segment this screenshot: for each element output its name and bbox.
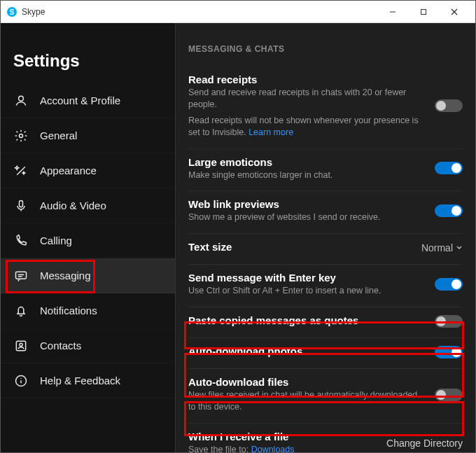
web-link-sub: Show me a preview of websites I send or …: [188, 211, 426, 223]
auto-files-sub: New files received in chat will be autom…: [188, 389, 426, 413]
row-receive-file: When I receive a file Save the file to: …: [188, 424, 463, 452]
close-button[interactable]: [439, 1, 470, 22]
svg-point-7: [20, 134, 23, 137]
sidebar-item-label: Notifications: [40, 305, 97, 316]
window-titlebar: S Skype: [1, 1, 475, 23]
maximize-button[interactable]: [408, 1, 439, 22]
sidebar-item-account[interactable]: Account & Profile: [1, 83, 175, 118]
settings-main: MESSAGING & CHATS Read receipts Send and…: [176, 23, 475, 452]
large-emoticons-toggle[interactable]: [435, 162, 463, 174]
sidebar-item-label: General: [40, 130, 77, 141]
row-enter-key: Send message with Enter key Use Ctrl or …: [188, 265, 463, 307]
person-icon: [13, 93, 29, 109]
sidebar-item-messaging[interactable]: Messaging: [1, 258, 175, 293]
settings-sidebar: Settings Account & Profile General Appea…: [1, 23, 176, 452]
sidebar-item-label: Account & Profile: [40, 95, 120, 106]
web-link-toggle[interactable]: [435, 204, 463, 217]
row-web-link-previews: Web link previews Show me a preview of w…: [188, 191, 463, 234]
svg-rect-8: [20, 200, 23, 207]
sidebar-item-contacts[interactable]: Contacts: [1, 328, 175, 363]
sidebar-item-label: Contacts: [40, 340, 81, 351]
row-read-receipts: Read receipts Send and receive read rece…: [188, 67, 463, 149]
svg-point-13: [20, 343, 22, 346]
row-paste-quotes: Paste copied messages as quotes: [188, 307, 463, 338]
auto-files-toggle[interactable]: [435, 389, 463, 401]
sidebar-item-general[interactable]: General: [1, 118, 175, 153]
read-receipts-title: Read receipts: [188, 74, 426, 85]
enter-key-sub: Use Ctrl or Shift or Alt + Enter to inse…: [188, 285, 426, 297]
svg-rect-3: [421, 9, 426, 14]
svg-point-16: [20, 378, 21, 379]
microphone-icon: [13, 198, 29, 214]
svg-point-6: [19, 96, 24, 101]
enter-key-toggle[interactable]: [435, 278, 463, 291]
auto-files-title: Auto-download files: [188, 376, 426, 388]
read-receipts-sub2: Read receipts will not be shown whenever…: [188, 115, 426, 139]
large-emoticons-sub: Make single emoticons larger in chat.: [188, 169, 426, 181]
auto-photos-toggle[interactable]: [435, 346, 463, 358]
svg-text:S: S: [10, 8, 15, 15]
sidebar-item-help[interactable]: Help & Feedback: [1, 363, 175, 398]
gear-icon: [13, 128, 29, 144]
section-header: MESSAGING & CHATS: [188, 44, 463, 54]
info-icon: [13, 373, 29, 389]
receive-file-sub: Save the file to: Downloads: [188, 444, 378, 452]
read-receipts-sub1: Send and receive read receipts in chats …: [188, 87, 426, 111]
read-receipts-toggle[interactable]: [435, 99, 463, 112]
paste-quotes-title: Paste copied messages as quotes: [188, 314, 426, 326]
sidebar-item-audio-video[interactable]: Audio & Video: [1, 188, 175, 223]
enter-key-title: Send message with Enter key: [188, 272, 426, 284]
window-title: Skype: [22, 7, 45, 17]
phone-icon: [13, 233, 29, 249]
change-directory-button[interactable]: Change Directory: [386, 438, 463, 449]
row-text-size: Text size Normal: [188, 234, 463, 265]
sidebar-item-calling[interactable]: Calling: [1, 223, 175, 258]
web-link-title: Web link previews: [188, 198, 426, 210]
sidebar-item-label: Audio & Video: [40, 200, 106, 211]
sidebar-item-notifications[interactable]: Notifications: [1, 293, 175, 328]
sidebar-item-label: Calling: [40, 235, 72, 246]
minimize-button[interactable]: [377, 1, 408, 22]
text-size-title: Text size: [188, 241, 413, 253]
row-auto-files: Auto-download files New files received i…: [188, 369, 463, 424]
large-emoticons-title: Large emoticons: [188, 156, 426, 168]
message-icon: [13, 268, 29, 284]
paste-quotes-toggle[interactable]: [435, 315, 463, 328]
sidebar-item-label: Appearance: [40, 165, 97, 176]
text-size-select[interactable]: Normal: [421, 242, 463, 253]
auto-photos-title: Auto-download photos: [188, 345, 426, 357]
bell-icon: [13, 303, 29, 319]
wand-icon: [13, 163, 29, 179]
svg-rect-9: [16, 272, 27, 279]
row-large-emoticons: Large emoticons Make single emoticons la…: [188, 149, 463, 192]
learn-more-link[interactable]: Learn more: [248, 127, 293, 137]
sidebar-item-label: Messaging: [40, 270, 91, 281]
receive-file-title: When I receive a file: [188, 431, 378, 442]
contacts-icon: [13, 338, 29, 354]
settings-heading: Settings: [1, 37, 175, 83]
sidebar-item-appearance[interactable]: Appearance: [1, 153, 175, 188]
downloads-folder-link[interactable]: Downloads: [251, 445, 295, 452]
chevron-down-icon: [456, 242, 463, 253]
skype-icon: S: [6, 6, 18, 18]
sidebar-item-label: Help & Feedback: [40, 375, 120, 386]
row-auto-photos: Auto-download photos: [188, 338, 463, 369]
